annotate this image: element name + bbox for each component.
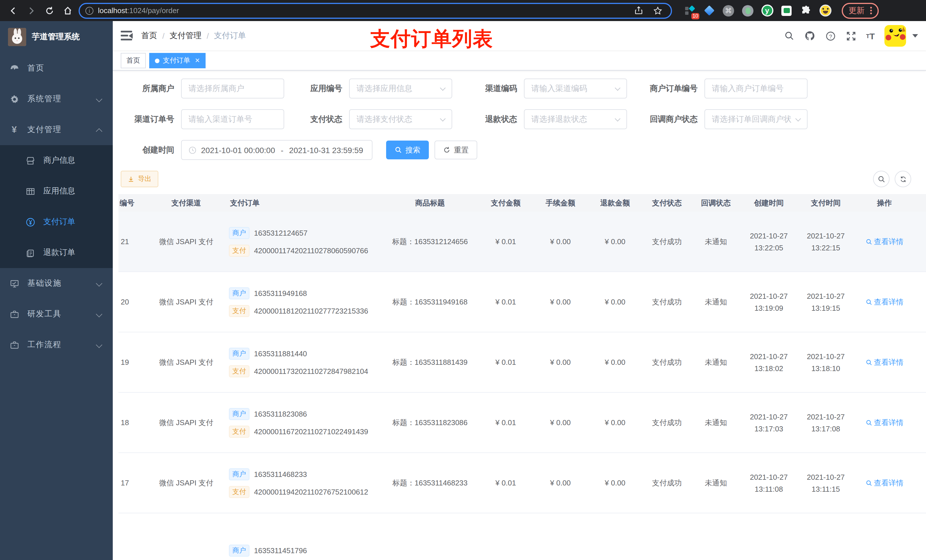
extension-icon-gem[interactable] <box>703 4 715 17</box>
merchant-input[interactable]: 请选择所属商户 <box>181 78 284 98</box>
yen-icon: ¥ <box>9 125 20 135</box>
breadcrumb-home[interactable]: 首页 <box>141 31 157 41</box>
sidebar-item-pay[interactable]: ¥ 支付管理 <box>0 115 113 145</box>
back-icon[interactable] <box>6 3 21 18</box>
page-info-icon[interactable]: i <box>85 6 94 15</box>
pay-tag: 支付 <box>229 365 250 377</box>
merchant-tag: 商户 <box>229 408 250 420</box>
browser-menu-icon[interactable] <box>870 7 872 14</box>
search-icon[interactable] <box>784 31 794 41</box>
sidebar-item-devtools[interactable]: 研发工具 <box>0 299 113 329</box>
table-row: 20 微信 JSAPI 支付 商户1635311949168 支付4200001… <box>118 272 926 332</box>
share-icon[interactable] <box>631 3 646 18</box>
chevron-up-icon <box>96 128 103 135</box>
sidebar-toggle-icon[interactable] <box>121 31 133 41</box>
date-separator: - <box>280 145 284 154</box>
reload-icon[interactable] <box>42 3 57 18</box>
toggle-search-button[interactable] <box>873 171 890 187</box>
monitor-icon <box>9 279 20 288</box>
reset-button[interactable]: 重置 <box>434 140 477 159</box>
sidebar-item-pay-order[interactable]: 支付订单 <box>0 207 113 237</box>
tag-pay-order[interactable]: 支付订单 ✕ <box>149 53 206 68</box>
fullscreen-icon[interactable] <box>846 30 856 41</box>
search-button[interactable]: 搜索 <box>386 140 429 159</box>
url-bar[interactable]: i localhost:1024/pay/order <box>79 3 672 18</box>
chevron-down-icon <box>440 85 446 91</box>
pay-status-select[interactable]: 请选择支付状态 <box>349 109 452 129</box>
app-logo[interactable]: 芋道管理系统 <box>0 21 113 53</box>
user-avatar[interactable] <box>884 25 906 47</box>
date-start: 2021-10-01 00:00:00 <box>201 145 275 154</box>
font-size-icon[interactable]: TT <box>866 31 875 41</box>
extension-icon-chat[interactable] <box>780 4 793 17</box>
view-detail-link[interactable]: 查看详情 <box>865 478 903 488</box>
filter-label: 回调商户状态 <box>650 114 705 124</box>
active-dot <box>155 58 159 63</box>
chevron-down-icon <box>96 96 103 103</box>
refresh-button[interactable] <box>895 171 911 187</box>
date-end: 2021-10-31 23:59:59 <box>289 145 363 154</box>
chevron-down-icon <box>96 311 103 318</box>
sidebar-item-system[interactable]: 系统管理 <box>0 84 113 115</box>
channel-order-input[interactable]: 请输入渠道订单号 <box>181 109 284 129</box>
extension-icon-y[interactable]: y <box>761 4 773 17</box>
tag-home[interactable]: 首页 <box>121 53 146 68</box>
pay-tag: 支付 <box>229 426 250 437</box>
filter-label: 渠道订单号 <box>118 114 181 124</box>
view-detail-link[interactable]: 查看详情 <box>865 417 903 428</box>
url-host: localhost <box>98 6 127 15</box>
refund-status-select[interactable]: 请选择退款状态 <box>524 109 627 129</box>
forward-icon[interactable] <box>24 3 39 18</box>
help-icon[interactable]: ? <box>825 30 836 41</box>
notify-status-select[interactable]: 请选择订单回调商户状态 <box>705 109 808 129</box>
app-title: 芋道管理系统 <box>32 32 80 42</box>
view-detail-link[interactable]: 查看详情 <box>865 357 903 367</box>
screen: i localhost:1024/pay/order 10 ⌘ y 更新 <box>0 0 926 560</box>
extension-area: 10 ⌘ y <box>683 4 831 17</box>
sidebar: 芋道管理系统 首页 系统管理 ¥ 支付管理 <box>0 21 113 560</box>
export-button[interactable]: 导出 <box>121 171 158 187</box>
breadcrumb-pay[interactable]: 支付管理 <box>170 31 201 41</box>
extension-badge: 10 <box>691 13 699 19</box>
sidebar-item-infra[interactable]: 基础设施 <box>0 268 113 299</box>
home-icon[interactable] <box>61 3 75 18</box>
extension-icon-command[interactable]: ⌘ <box>722 4 735 17</box>
briefcase-icon <box>9 340 20 350</box>
merchant-order-input[interactable]: 请输入商户订单编号 <box>705 78 808 98</box>
user-menu-caret-icon[interactable] <box>912 34 918 38</box>
extension-icon-puzzle[interactable] <box>800 4 812 17</box>
merchant-tag: 商户 <box>229 545 250 557</box>
app-select[interactable]: 请选择应用信息 <box>349 78 452 98</box>
create-time-range-input[interactable]: 2021-10-01 00:00:00 - 2021-10-31 23:59:5… <box>181 140 372 160</box>
sidebar-item-workflow[interactable]: 工作流程 <box>0 329 113 360</box>
view-detail-link[interactable]: 查看详情 <box>865 237 903 247</box>
view-detail-link[interactable]: 查看详情 <box>865 297 903 307</box>
top-navbar: 首页 / 支付管理 / 支付订单 支付订单列表 ? TT <box>113 21 926 51</box>
extension-icon-emoji[interactable] <box>819 4 831 17</box>
shop-icon <box>25 155 35 165</box>
table-row: 19 微信 JSAPI 支付 商户1635311881440 支付4200001… <box>118 332 926 393</box>
extension-icon-grid[interactable]: 10 <box>683 4 696 17</box>
bookmark-star-icon[interactable] <box>651 3 665 18</box>
sidebar-item-merchant-info[interactable]: 商户信息 <box>0 145 113 176</box>
svg-text:?: ? <box>829 33 832 39</box>
chevron-down-icon <box>795 116 801 121</box>
chevron-down-icon <box>96 342 103 348</box>
sidebar-item-home[interactable]: 首页 <box>0 53 113 84</box>
channel-code-select[interactable]: 请输入渠道编码 <box>524 78 627 98</box>
sidebar-item-refund-order[interactable]: 退款订单 <box>0 237 113 268</box>
update-button[interactable]: 更新 <box>842 3 879 18</box>
close-icon[interactable]: ✕ <box>195 57 200 64</box>
url-path: :1024/pay/order <box>127 6 179 15</box>
extension-icon-pill[interactable] <box>741 4 754 17</box>
pay-tag: 支付 <box>229 245 250 257</box>
table-toolbar: 导出 <box>121 171 917 187</box>
page-content: 所属商户 请选择所属商户 应用编号 请选择应用信息 渠道编码 请输入渠道编码 <box>113 71 926 560</box>
sidebar-item-app-info[interactable]: 应用信息 <box>0 176 113 207</box>
grid-icon <box>25 186 35 196</box>
merchant-tag: 商户 <box>229 347 250 359</box>
clock-icon <box>189 146 197 154</box>
github-icon[interactable] <box>804 30 815 42</box>
breadcrumb-current: 支付订单 <box>214 31 246 41</box>
chevron-down-icon <box>440 116 446 121</box>
